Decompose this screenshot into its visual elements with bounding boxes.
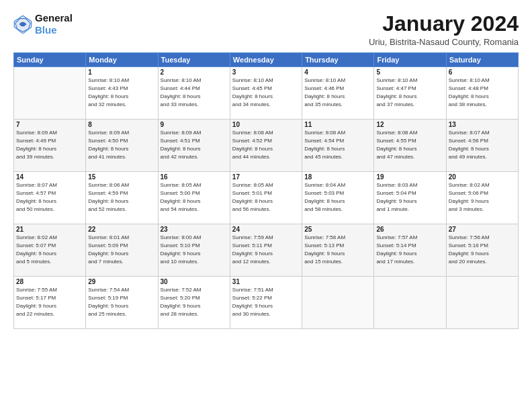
day-number: 31	[232, 278, 300, 285]
col-saturday: Saturday	[446, 53, 518, 67]
table-row	[302, 277, 374, 329]
col-sunday: Sunday	[14, 53, 86, 67]
day-info: Sunrise: 7:54 AM Sunset: 5:19 PM Dayligh…	[88, 286, 155, 318]
day-info: Sunrise: 8:02 AM Sunset: 5:07 PM Dayligh…	[16, 234, 83, 266]
title-area: January 2024 Uriu, Bistrita-Nasaud Count…	[369, 12, 519, 47]
day-info: Sunrise: 8:01 AM Sunset: 5:09 PM Dayligh…	[88, 234, 155, 266]
table-row	[446, 277, 518, 329]
day-info: Sunrise: 8:07 AM Sunset: 4:57 PM Dayligh…	[16, 181, 83, 214]
day-info: Sunrise: 7:56 AM Sunset: 5:16 PM Dayligh…	[449, 234, 516, 266]
calendar-table: Sunday Monday Tuesday Wednesday Thursday…	[13, 52, 519, 329]
day-number: 16	[161, 173, 228, 181]
table-row: 10Sunrise: 8:08 AM Sunset: 4:52 PM Dayli…	[230, 120, 302, 172]
table-row: 1Sunrise: 8:10 AM Sunset: 4:43 PM Daylig…	[86, 67, 158, 120]
month-title: January 2024	[369, 12, 519, 36]
day-number: 4	[304, 68, 371, 76]
day-info: Sunrise: 8:08 AM Sunset: 4:55 PM Dayligh…	[376, 129, 443, 161]
day-info: Sunrise: 7:59 AM Sunset: 5:11 PM Dayligh…	[232, 234, 300, 266]
logo: General Blue	[13, 12, 73, 36]
day-number: 26	[376, 226, 443, 233]
day-info: Sunrise: 8:05 AM Sunset: 5:00 PM Dayligh…	[161, 181, 228, 214]
day-number: 22	[88, 226, 155, 233]
day-number: 19	[376, 173, 443, 181]
day-number: 1	[88, 68, 155, 76]
day-number: 12	[376, 121, 443, 128]
day-info: Sunrise: 7:51 AM Sunset: 5:22 PM Dayligh…	[232, 286, 300, 318]
day-number: 30	[161, 278, 228, 285]
day-number: 6	[449, 68, 516, 76]
table-row	[14, 67, 86, 120]
day-number: 28	[16, 278, 83, 285]
table-row: 25Sunrise: 7:58 AM Sunset: 5:13 PM Dayli…	[302, 224, 374, 277]
table-row: 23Sunrise: 8:00 AM Sunset: 5:10 PM Dayli…	[158, 224, 230, 277]
table-row: 22Sunrise: 8:01 AM Sunset: 5:09 PM Dayli…	[86, 224, 158, 277]
col-friday: Friday	[374, 53, 446, 67]
day-info: Sunrise: 8:10 AM Sunset: 4:45 PM Dayligh…	[232, 77, 300, 109]
calendar-week-2: 7Sunrise: 8:09 AM Sunset: 4:49 PM Daylig…	[14, 120, 519, 172]
location: Uriu, Bistrita-Nasaud County, Romania	[369, 37, 519, 47]
table-row	[374, 277, 446, 329]
table-row: 29Sunrise: 7:54 AM Sunset: 5:19 PM Dayli…	[86, 277, 158, 329]
day-info: Sunrise: 8:09 AM Sunset: 4:51 PM Dayligh…	[161, 129, 228, 161]
day-info: Sunrise: 7:55 AM Sunset: 5:17 PM Dayligh…	[16, 286, 83, 318]
day-info: Sunrise: 8:10 AM Sunset: 4:47 PM Dayligh…	[376, 77, 443, 109]
table-row: 11Sunrise: 8:08 AM Sunset: 4:54 PM Dayli…	[302, 120, 374, 172]
day-number: 15	[88, 173, 155, 181]
day-info: Sunrise: 7:57 AM Sunset: 5:14 PM Dayligh…	[376, 234, 443, 266]
day-number: 11	[304, 121, 371, 128]
day-info: Sunrise: 8:06 AM Sunset: 4:59 PM Dayligh…	[88, 181, 155, 214]
day-info: Sunrise: 8:00 AM Sunset: 5:10 PM Dayligh…	[161, 234, 228, 266]
day-number: 21	[16, 226, 83, 233]
day-info: Sunrise: 8:09 AM Sunset: 4:49 PM Dayligh…	[16, 129, 83, 161]
day-info: Sunrise: 8:10 AM Sunset: 4:48 PM Dayligh…	[449, 77, 516, 109]
day-info: Sunrise: 8:10 AM Sunset: 4:44 PM Dayligh…	[161, 77, 228, 109]
header: General Blue January 2024 Uriu, Bistrita…	[13, 12, 519, 47]
calendar-week-3: 14Sunrise: 8:07 AM Sunset: 4:57 PM Dayli…	[14, 172, 519, 224]
table-row: 30Sunrise: 7:52 AM Sunset: 5:20 PM Dayli…	[158, 277, 230, 329]
table-row: 17Sunrise: 8:05 AM Sunset: 5:01 PM Dayli…	[230, 172, 302, 224]
table-row: 9Sunrise: 8:09 AM Sunset: 4:51 PM Daylig…	[158, 120, 230, 172]
table-row: 12Sunrise: 8:08 AM Sunset: 4:55 PM Dayli…	[374, 120, 446, 172]
table-row: 14Sunrise: 8:07 AM Sunset: 4:57 PM Dayli…	[14, 172, 86, 224]
table-row: 28Sunrise: 7:55 AM Sunset: 5:17 PM Dayli…	[14, 277, 86, 329]
day-number: 23	[161, 226, 228, 233]
table-row: 7Sunrise: 8:09 AM Sunset: 4:49 PM Daylig…	[14, 120, 86, 172]
day-number: 10	[232, 121, 300, 128]
day-number: 9	[161, 121, 228, 128]
col-monday: Monday	[86, 53, 158, 67]
table-row: 31Sunrise: 7:51 AM Sunset: 5:22 PM Dayli…	[230, 277, 302, 329]
calendar-week-1: 1Sunrise: 8:10 AM Sunset: 4:43 PM Daylig…	[14, 67, 519, 120]
day-info: Sunrise: 8:04 AM Sunset: 5:03 PM Dayligh…	[304, 181, 371, 214]
day-number: 24	[232, 226, 300, 233]
table-row: 6Sunrise: 8:10 AM Sunset: 4:48 PM Daylig…	[446, 67, 518, 120]
table-row: 27Sunrise: 7:56 AM Sunset: 5:16 PM Dayli…	[446, 224, 518, 277]
table-row: 24Sunrise: 7:59 AM Sunset: 5:11 PM Dayli…	[230, 224, 302, 277]
table-row: 26Sunrise: 7:57 AM Sunset: 5:14 PM Dayli…	[374, 224, 446, 277]
table-row: 8Sunrise: 8:09 AM Sunset: 4:50 PM Daylig…	[86, 120, 158, 172]
table-row: 20Sunrise: 8:02 AM Sunset: 5:06 PM Dayli…	[446, 172, 518, 224]
day-number: 3	[232, 68, 300, 76]
day-info: Sunrise: 8:02 AM Sunset: 5:06 PM Dayligh…	[449, 181, 516, 214]
day-info: Sunrise: 8:10 AM Sunset: 4:43 PM Dayligh…	[88, 77, 155, 109]
calendar-week-5: 28Sunrise: 7:55 AM Sunset: 5:17 PM Dayli…	[14, 277, 519, 329]
day-info: Sunrise: 8:10 AM Sunset: 4:46 PM Dayligh…	[304, 77, 371, 109]
day-info: Sunrise: 8:08 AM Sunset: 4:52 PM Dayligh…	[232, 129, 300, 161]
logo-line1: General	[35, 12, 73, 24]
day-number: 25	[304, 226, 371, 233]
table-row: 16Sunrise: 8:05 AM Sunset: 5:00 PM Dayli…	[158, 172, 230, 224]
logo-icon	[13, 15, 32, 34]
table-row: 2Sunrise: 8:10 AM Sunset: 4:44 PM Daylig…	[158, 67, 230, 120]
table-row: 21Sunrise: 8:02 AM Sunset: 5:07 PM Dayli…	[14, 224, 86, 277]
day-number: 27	[449, 226, 516, 233]
day-info: Sunrise: 7:52 AM Sunset: 5:20 PM Dayligh…	[161, 286, 228, 318]
page: General Blue January 2024 Uriu, Bistrita…	[0, 0, 532, 411]
table-row: 18Sunrise: 8:04 AM Sunset: 5:03 PM Dayli…	[302, 172, 374, 224]
day-number: 5	[376, 68, 443, 76]
day-number: 18	[304, 173, 371, 181]
day-info: Sunrise: 8:08 AM Sunset: 4:54 PM Dayligh…	[304, 129, 371, 161]
table-row: 15Sunrise: 8:06 AM Sunset: 4:59 PM Dayli…	[86, 172, 158, 224]
day-info: Sunrise: 8:07 AM Sunset: 4:56 PM Dayligh…	[449, 129, 516, 161]
calendar-header-row: Sunday Monday Tuesday Wednesday Thursday…	[14, 53, 519, 67]
day-info: Sunrise: 8:05 AM Sunset: 5:01 PM Dayligh…	[232, 181, 300, 214]
table-row: 4Sunrise: 8:10 AM Sunset: 4:46 PM Daylig…	[302, 67, 374, 120]
